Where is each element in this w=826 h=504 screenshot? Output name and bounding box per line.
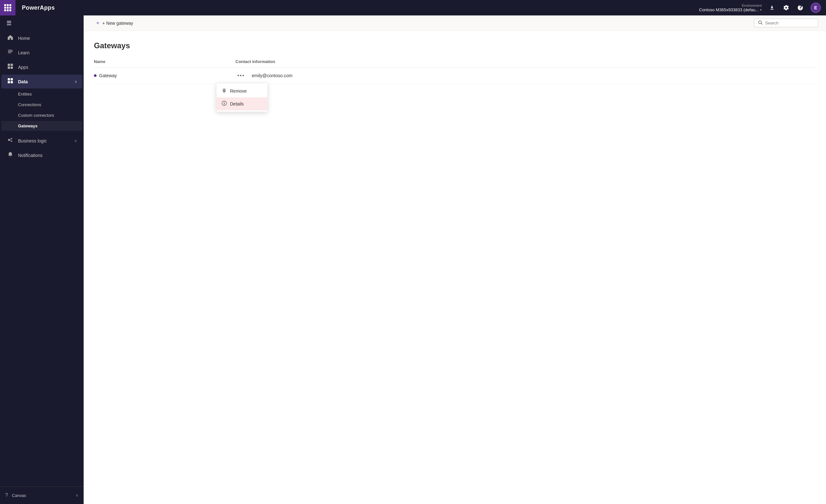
waffle-icon [4,4,11,11]
search-input[interactable] [765,20,810,25]
svg-rect-20 [224,102,225,103]
apps-icon [6,63,14,71]
gateway-email: emily@contoso.com [252,73,292,78]
svg-rect-10 [11,81,13,83]
sidebar-item-data[interactable]: Data ∧ [1,75,82,88]
help-button[interactable] [794,1,807,14]
download-button[interactable] [766,1,778,14]
help-circle-icon: ? [5,492,8,498]
sidebar-item-business-logic[interactable]: Business logic ∨ [1,134,82,148]
context-menu-remove[interactable]: Remove [217,84,267,98]
sidebar-sub-item-entities[interactable]: Entities [1,89,82,99]
sidebar-item-home-label: Home [18,36,77,41]
svg-rect-4 [11,64,13,66]
user-avatar[interactable]: E [811,3,821,13]
page-title: Gateways [94,41,816,50]
gateway-ellipsis-button[interactable]: ••• [235,71,247,80]
svg-rect-7 [8,78,10,80]
sidebar-sub-item-connections-label: Connections [18,102,41,107]
main-content: ＋ + New gateway Gateways Name Contact in… [83,15,826,504]
sidebar-footer-label: Canvas [12,493,26,498]
svg-line-14 [10,139,11,140]
sidebar-item-business-logic-label: Business logic [18,138,70,143]
context-menu-remove-label: Remove [230,88,247,93]
gateway-contact-cell: emily@contoso.com [252,73,816,78]
svg-line-15 [10,140,11,141]
search-box[interactable] [754,19,818,27]
business-logic-chevron-icon: ∨ [74,139,77,143]
context-menu-details[interactable]: Details [217,98,267,110]
learn-icon [6,49,14,56]
sidebar-item-apps-label: Apps [18,65,77,70]
gateway-actions: ••• [235,71,252,80]
svg-rect-19 [224,103,225,105]
environment-selector[interactable]: Environment Contoso M365x933833 (defau..… [699,4,766,12]
svg-point-13 [11,140,12,142]
env-chevron-icon: ▾ [760,8,762,12]
footer-chevron-icon: ∨ [75,493,78,498]
sidebar-sub-item-entities-label: Entities [18,92,32,97]
svg-rect-0 [8,50,12,51]
gateway-name-cell: Gateway [94,73,235,78]
topbar: PowerApps Environment Contoso M365x93383… [0,0,826,15]
svg-rect-3 [8,64,10,66]
table-col-contact-header: Contact information [235,59,816,64]
table-header: Name Contact information [94,59,816,68]
context-menu-details-label: Details [230,101,244,107]
sidebar-hamburger[interactable]: ☰ [3,17,15,29]
new-gateway-plus-icon: ＋ [95,20,100,26]
svg-rect-9 [8,81,10,83]
svg-point-11 [8,139,10,141]
sidebar-sub-item-connections[interactable]: Connections [1,100,82,110]
svg-line-17 [761,23,763,25]
settings-button[interactable] [780,1,792,14]
toolbar: ＋ + New gateway [83,15,826,31]
sidebar-sub-item-gateways-label: Gateways [18,124,38,128]
search-icon [758,20,763,26]
home-icon [6,35,14,42]
svg-rect-8 [11,78,13,80]
topbar-icons: E [766,1,826,14]
svg-rect-5 [8,67,10,69]
sidebar-item-learn[interactable]: Learn [1,46,82,60]
app-layout: ☰ Home Learn Apps Data ∧ [0,15,826,504]
sidebar-item-data-label: Data [18,79,70,84]
sidebar-sub-item-custom-connectors-label: Custom connectors [18,113,54,118]
remove-icon [222,88,227,94]
context-menu: Remove Details [216,83,268,112]
env-label: Environment [742,4,762,7]
gateway-name: Gateway [99,73,117,78]
env-name: Contoso M365x933833 (defau... ▾ [699,7,762,12]
new-gateway-label: + New gateway [102,20,133,26]
sidebar-footer: ? Canvas ∨ [0,486,83,504]
business-logic-icon [6,137,14,144]
details-icon [222,101,227,107]
app-brand: PowerApps [15,4,61,11]
sidebar-sub-item-custom-connectors[interactable]: Custom connectors [1,110,82,120]
page-content: Gateways Name Contact information Gatewa… [83,31,826,504]
sidebar-item-apps[interactable]: Apps [1,60,82,74]
new-gateway-button[interactable]: ＋ + New gateway [91,18,137,28]
svg-rect-2 [8,52,11,53]
toolbar-right [754,19,818,27]
table-col-name-header: Name [94,59,235,64]
sidebar-item-notifications[interactable]: Notifications [1,148,82,162]
svg-point-12 [11,138,12,139]
sidebar-item-notifications-label: Notifications [18,153,77,158]
data-icon [6,78,14,85]
sidebar: ☰ Home Learn Apps Data ∧ [0,15,83,504]
sidebar-item-learn-label: Learn [18,50,77,55]
sidebar-footer-item[interactable]: ? Canvas ∨ [0,489,83,501]
table-row: Gateway ••• emily@contoso.com Remove [94,68,816,84]
notifications-icon [6,151,14,159]
data-chevron-icon: ∧ [74,79,77,84]
sidebar-sub-item-gateways[interactable]: Gateways [1,121,82,131]
gateway-status-dot [94,74,97,77]
sidebar-item-home[interactable]: Home [1,31,82,45]
svg-rect-6 [11,67,13,69]
waffle-button[interactable] [0,0,15,15]
svg-rect-1 [8,51,12,52]
